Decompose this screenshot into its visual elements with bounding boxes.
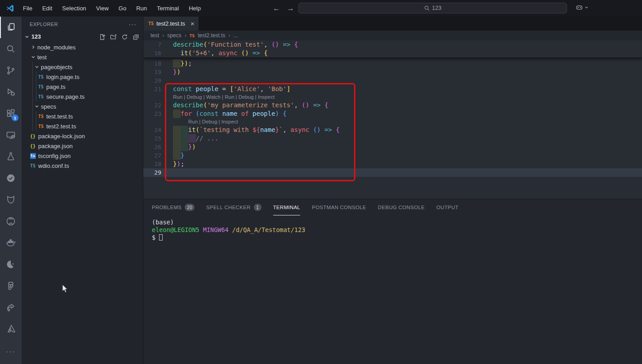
activitybar-pie-circle-icon[interactable] — [0, 254, 22, 275]
activitybar-remote-explorer-icon[interactable] — [0, 124, 22, 146]
activitybar-github-icon[interactable] — [0, 211, 22, 232]
activitybar-extensions-icon[interactable]: 1 — [0, 103, 22, 124]
menu-view[interactable]: View — [91, 3, 114, 13]
activitybar-explorer-icon[interactable] — [0, 17, 22, 38]
line-number: 19 — [143, 68, 161, 76]
new-folder-icon[interactable] — [110, 34, 117, 40]
file-package-lock-json[interactable]: {}package-lock.json — [22, 131, 143, 141]
code-line-28[interactable]: 28}); — [143, 160, 642, 168]
activitybar-figma-icon[interactable] — [0, 275, 22, 297]
nav-back-button[interactable]: ← — [272, 4, 281, 13]
explorer-more-actions-button[interactable]: ··· — [128, 20, 137, 28]
codelens-actions[interactable]: Run | Debug | Watch | Run | Debug | Insp… — [143, 93, 642, 101]
folder-pageobjects[interactable]: pageobjects — [22, 62, 143, 72]
menu-go[interactable]: Go — [114, 3, 131, 13]
code-line-16[interactable]: 16 it('5+6', async () => { — [143, 49, 642, 57]
breadcrumb-item[interactable]: test — [151, 32, 159, 39]
panel-tab-postman-console[interactable]: POSTMAN CONSOLE — [312, 199, 366, 215]
file-test2-test-ts[interactable]: TStest2.test.ts — [22, 121, 143, 131]
panel-tab-spell-checker[interactable]: SPELL CHECKER1 — [206, 199, 261, 215]
file-wdio-conf-ts[interactable]: TSwdio.conf.ts — [22, 161, 143, 171]
ts-file-icon: TS — [190, 33, 195, 38]
file-test-test-ts[interactable]: TStest.test.ts — [22, 111, 143, 121]
code-editor[interactable]: 7describe('Function test', () => {16 it(… — [143, 40, 642, 199]
file-secure-page-ts[interactable]: TSsecure.page.ts — [22, 92, 143, 101]
new-file-icon[interactable] — [99, 34, 106, 40]
terminal[interactable]: (base)eleon@LEGION5 MINGW64 /d/QA_A/Test… — [143, 215, 642, 241]
file-login-page-ts[interactable]: TSlogin.page.ts — [22, 72, 143, 82]
indent-guide — [181, 126, 188, 134]
chevron-down-icon — [24, 35, 30, 39]
menu-help[interactable]: Help — [184, 3, 206, 13]
collapse-all-icon[interactable] — [133, 34, 139, 40]
copilot-icon — [576, 4, 583, 11]
file-page-ts[interactable]: TSpage.ts — [22, 82, 143, 92]
activitybar-testing-icon[interactable] — [0, 146, 22, 167]
chevron-down-icon — [34, 65, 40, 69]
menu-bar: FileEditSelectionViewGoRunTerminalHelp — [18, 0, 206, 17]
breadcrumb-item[interactable]: specs — [167, 32, 181, 39]
tree-indent-guide — [36, 72, 36, 101]
code-line-19[interactable]: 19}) — [143, 68, 642, 76]
workspace-section-header[interactable]: 123 — [22, 31, 143, 42]
code-line-20[interactable]: 20 — [143, 76, 642, 85]
activitybar-source-control-icon[interactable] — [0, 60, 22, 81]
tab-close-icon[interactable]: × — [190, 20, 195, 27]
code-line-27[interactable]: 27 } — [143, 151, 642, 160]
codelens-actions[interactable]: Run | Debug | Inspect — [143, 118, 642, 126]
activitybar-search-icon[interactable] — [0, 38, 22, 60]
command-center-search[interactable]: 123 — [298, 3, 567, 13]
activitybar-more-icon[interactable]: ··· — [0, 340, 22, 361]
indent-guide — [173, 143, 181, 151]
code-line-23[interactable]: 23 for (const name of people) { — [143, 110, 642, 118]
activitybar-gitlens-icon[interactable] — [0, 189, 22, 211]
code-line-18[interactable]: 18 }); — [143, 59, 642, 68]
indent-guide — [173, 151, 181, 160]
line-number: 21 — [143, 85, 161, 93]
code-line-25[interactable]: 25 // ... — [143, 134, 642, 143]
panel-tab-terminal[interactable]: TERMINAL — [273, 199, 301, 215]
tree-indent-guide — [32, 62, 33, 131]
folder-test[interactable]: test — [22, 52, 143, 62]
code-line-24[interactable]: 24 it(`testing with ${name}`, async () =… — [143, 126, 642, 134]
sticky-scroll: 7describe('Function test', () => {16 it(… — [143, 40, 642, 58]
menu-file[interactable]: File — [18, 3, 37, 13]
menu-run[interactable]: Run — [131, 3, 152, 13]
refresh-icon[interactable] — [121, 34, 128, 40]
menu-terminal[interactable]: Terminal — [152, 3, 184, 13]
panel-tab-debug-console[interactable]: DEBUG CONSOLE — [378, 199, 425, 215]
line-number: 28 — [143, 160, 161, 168]
indent-guide — [181, 134, 188, 143]
copilot-menu[interactable] — [576, 4, 589, 11]
line-number: 24 — [143, 126, 161, 134]
activitybar-run-and-debug-icon[interactable] — [0, 81, 22, 103]
workspace-name: 123 — [31, 34, 99, 40]
code-line-7[interactable]: 7describe('Function test', () => { — [143, 40, 642, 49]
code-line-21[interactable]: 21const people = ['Alice', 'Bob'] — [143, 85, 642, 93]
panel-tab-problems[interactable]: PROBLEMS20 — [152, 199, 195, 215]
activitybar-docker-icon[interactable] — [0, 232, 22, 254]
tab-test2-test-ts[interactable]: TS test2.test.ts × — [143, 17, 199, 31]
panel-tab-output[interactable]: OUTPUT — [436, 199, 458, 215]
line-number: 27 — [143, 151, 161, 160]
code-line-22[interactable]: 22describe('my parameterize tests', () =… — [143, 101, 642, 110]
nav-forward-button[interactable]: → — [286, 4, 295, 13]
breadcrumb-item[interactable]: test2.test.ts — [198, 32, 225, 39]
menu-edit[interactable]: Edit — [37, 3, 57, 13]
menu-selection[interactable]: Selection — [57, 3, 91, 13]
code-line-26[interactable]: 26 }) — [143, 143, 642, 151]
activitybar-share-icon[interactable] — [0, 297, 22, 318]
indent-guide — [173, 59, 181, 68]
panel-tab-bar: PROBLEMS20SPELL CHECKER1TERMINALPOSTMAN … — [143, 199, 642, 215]
breadcrumb-item[interactable]: ... — [234, 32, 238, 39]
activitybar-azure-icon[interactable] — [0, 318, 22, 340]
folder-specs[interactable]: specs — [22, 101, 143, 111]
file-package-json[interactable]: {}package.json — [22, 141, 143, 151]
code-line-29[interactable]: 29 — [143, 168, 642, 177]
terminal-line: (base) — [152, 219, 642, 226]
folder-node-modules[interactable]: node_modules — [22, 42, 143, 52]
line-number: 20 — [143, 76, 161, 85]
activitybar-check-circle-icon[interactable] — [0, 167, 22, 189]
breadcrumb[interactable]: test›specs›TStest2.test.ts›... — [143, 31, 642, 40]
file-tsconfig-json[interactable]: tstsconfig.json — [22, 151, 143, 161]
